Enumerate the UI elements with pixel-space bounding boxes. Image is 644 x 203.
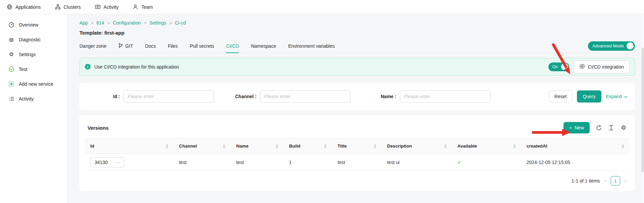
column-header-name[interactable]: Name: [231, 138, 284, 154]
row-height-icon[interactable]: [608, 124, 614, 131]
sidebar-item-test[interactable]: Test: [0, 62, 67, 77]
scrollbar-thumb[interactable]: [642, 48, 644, 172]
reset-button[interactable]: Reset: [549, 90, 573, 103]
plus-icon: +: [569, 125, 572, 130]
table-header-row: Id Channel Name Build Title Description …: [85, 138, 630, 154]
id-filter-label: Id :: [113, 94, 120, 99]
sidebar: Overview Diagnostic ⚙ Settings Test: [0, 14, 67, 203]
breadcrumb-settings[interactable]: Settings: [149, 20, 166, 26]
sidebar-item-add-new-service[interactable]: Add new service: [0, 77, 67, 91]
integration-gear-icon: [579, 64, 585, 70]
sidebar-item-overview[interactable]: Overview: [0, 17, 67, 32]
new-version-button[interactable]: + New: [564, 122, 590, 133]
check-circle-icon: [8, 66, 14, 72]
cell-build: 1: [284, 154, 332, 171]
clusters-icon: [55, 4, 61, 10]
pagination-page-1[interactable]: 1: [611, 176, 620, 186]
nav-label: Clusters: [64, 4, 81, 10]
pagination-prev-icon[interactable]: <: [604, 178, 607, 184]
sidebar-item-label: Overview: [19, 22, 38, 28]
table-settings-gear-icon[interactable]: ⚙: [620, 124, 627, 131]
name-filter-input[interactable]: [400, 90, 490, 103]
breadcrumb-614[interactable]: 614: [97, 20, 104, 26]
tab-ci-cd[interactable]: CI/CD: [226, 39, 239, 53]
breadcrumb-separator: >: [169, 21, 172, 26]
sidebar-item-label: Diagnostic: [19, 37, 41, 42]
cicd-info-banner: i Use CI/CD integration for this applica…: [79, 58, 635, 76]
sidebar-item-settings[interactable]: ⚙ Settings: [0, 47, 67, 62]
nav-activity[interactable]: Activity: [95, 4, 118, 10]
cell-title: test: [332, 154, 382, 171]
banner-text: Use CI/CD integration for this applicati…: [94, 64, 179, 70]
query-button[interactable]: Query: [577, 90, 601, 103]
refresh-icon[interactable]: [595, 124, 602, 131]
advanced-mode-toggle[interactable]: Advanced Mode: [588, 41, 635, 51]
pagination: 1-1 of 1 items < 1 >: [85, 176, 630, 186]
sidebar-item-label: Add new service: [19, 81, 53, 87]
tab-environment-variables[interactable]: Environment variables: [288, 39, 335, 53]
breadcrumb-separator: >: [144, 21, 147, 26]
tab-pull-secrets[interactable]: Pull secrets: [190, 39, 214, 53]
sort-icon[interactable]: [444, 144, 447, 148]
sort-icon[interactable]: [223, 144, 225, 148]
sidebar-item-label: Activity: [19, 96, 34, 102]
scrollbar[interactable]: [641, 14, 644, 203]
info-icon: i: [85, 64, 91, 70]
tab-danger-zone[interactable]: Danger zone: [79, 39, 106, 53]
sidebar-item-diagnostic[interactable]: Diagnostic: [0, 32, 67, 47]
id-filter-input[interactable]: [123, 90, 214, 103]
cell-name: test: [231, 154, 284, 171]
sort-icon[interactable]: [513, 144, 516, 148]
pagination-next-icon[interactable]: >: [624, 178, 627, 184]
cicd-on-toggle[interactable]: On: [548, 63, 569, 71]
channel-filter-input[interactable]: [260, 90, 351, 103]
column-header-description[interactable]: Description: [382, 138, 452, 154]
column-header-channel[interactable]: Channel: [174, 138, 231, 154]
integration-button-label: CI/CD integration: [588, 64, 624, 70]
sort-icon[interactable]: [166, 144, 168, 148]
column-header-build[interactable]: Build: [284, 138, 332, 154]
breadcrumb-separator: >: [107, 21, 110, 26]
nav-clusters[interactable]: Clusters: [55, 4, 81, 10]
cell-channel: test: [174, 154, 231, 171]
git-branch-icon: [118, 43, 123, 49]
breadcrumb-ci-cd[interactable]: Ci-cd: [175, 20, 186, 26]
column-header-createdat[interactable]: createdAt: [521, 138, 630, 154]
versions-table: Id Channel Name Build Title Description …: [85, 138, 630, 171]
breadcrumb-separator: >: [91, 21, 94, 26]
tab-namespace[interactable]: Namespace: [251, 39, 276, 53]
column-header-available[interactable]: Available: [452, 138, 521, 154]
applications-icon: [7, 4, 12, 10]
versions-title: Versions: [88, 125, 109, 131]
nav-team[interactable]: Team: [132, 4, 153, 10]
chevron-down-icon: [624, 94, 628, 99]
top-navigation-bar: Applications Clusters Activity Team: [0, 0, 644, 14]
sidebar-item-activity[interactable]: Activity: [0, 91, 67, 106]
breadcrumb: App > 614 > Configuration > Settings > C…: [79, 20, 635, 26]
sort-icon[interactable]: [276, 144, 278, 148]
activity-icon: [95, 4, 101, 10]
sort-icon[interactable]: [374, 144, 376, 148]
cicd-integration-button[interactable]: CI/CD integration: [574, 60, 630, 73]
tab-git[interactable]: GIT: [118, 39, 133, 53]
sidebar-item-label: Test: [19, 67, 28, 72]
nav-label: Team: [141, 4, 153, 10]
nav-label: Applications: [15, 4, 41, 10]
sort-icon[interactable]: [324, 144, 327, 148]
list-icon: [8, 96, 14, 102]
version-id-value[interactable]: 34130: [91, 158, 112, 167]
expand-link[interactable]: Expand: [606, 94, 628, 99]
column-header-id[interactable]: Id: [85, 138, 174, 154]
channel-filter-label: Channel :: [235, 94, 257, 99]
tab-docs[interactable]: Docs: [145, 39, 156, 53]
ellipsis-menu-icon[interactable]: ···: [112, 158, 124, 166]
tabs-bar: Danger zone GIT Docs Files Pull secrets …: [79, 39, 635, 53]
nav-applications[interactable]: Applications: [7, 4, 41, 10]
breadcrumb-app[interactable]: App: [79, 20, 88, 26]
versions-panel: Versions + New: [79, 115, 635, 191]
sort-icon[interactable]: [622, 144, 624, 148]
column-header-title[interactable]: Title: [332, 138, 382, 154]
breadcrumb-configuration[interactable]: Configuration: [113, 20, 141, 26]
version-id-button[interactable]: 34130 ···: [90, 157, 124, 167]
tab-files[interactable]: Files: [168, 39, 178, 53]
